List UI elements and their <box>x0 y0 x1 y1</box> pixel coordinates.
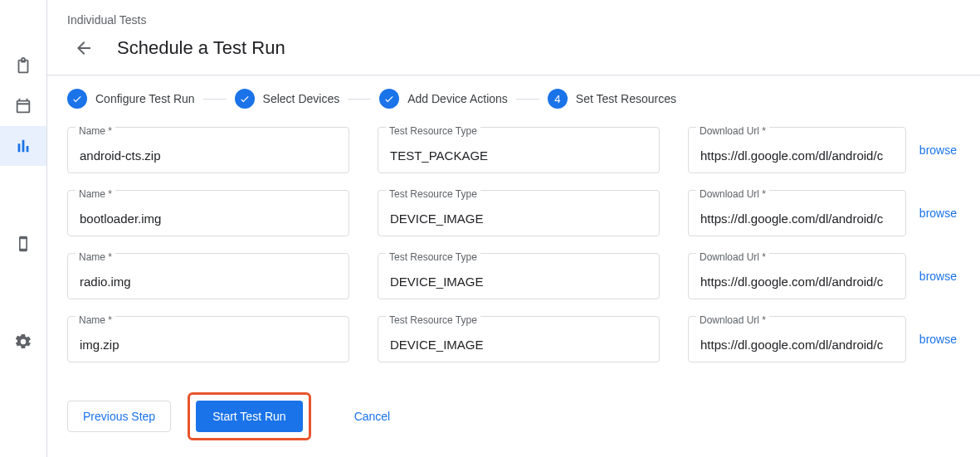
app-root: Individual Tests Schedule a Test Run Con… <box>0 0 980 457</box>
breadcrumb: Individual Tests <box>67 13 960 27</box>
browse-button[interactable]: browse <box>916 333 960 346</box>
step-label: Add Device Actions <box>407 92 508 105</box>
download-url-input[interactable] <box>688 316 906 362</box>
step-separator <box>203 99 227 100</box>
stepper: Configure Test Run Select Devices Add De… <box>67 89 960 109</box>
check-icon <box>379 89 399 109</box>
phone-icon <box>15 235 32 253</box>
sidebar-item-settings[interactable] <box>0 322 46 362</box>
cancel-button[interactable]: Cancel <box>344 403 401 430</box>
resource-row: Name * Test Resource Type Download Url *… <box>67 316 960 362</box>
resource-name-input[interactable] <box>67 253 349 299</box>
start-test-run-button[interactable]: Start Test Run <box>196 401 302 432</box>
resource-name-input[interactable] <box>67 190 349 236</box>
resource-type-input[interactable] <box>378 127 660 173</box>
page-header: Individual Tests Schedule a Test Run <box>47 0 980 75</box>
sidebar-item-calendar[interactable] <box>0 86 46 126</box>
resource-row: Name * Test Resource Type Download Url *… <box>67 253 960 299</box>
bar-chart-icon <box>14 137 32 155</box>
download-url-input[interactable] <box>688 253 906 299</box>
highlight-box: Start Test Run <box>188 392 310 440</box>
step-separator <box>516 99 539 100</box>
step-label: Configure Test Run <box>95 92 195 105</box>
previous-step-button[interactable]: Previous Step <box>67 401 171 432</box>
calendar-icon <box>14 97 32 115</box>
download-url-input[interactable] <box>688 190 906 236</box>
step-configure[interactable]: Configure Test Run <box>67 89 195 109</box>
sidebar-item-device[interactable] <box>0 224 46 264</box>
back-button[interactable] <box>67 32 100 65</box>
download-url-input[interactable] <box>688 127 906 173</box>
check-icon <box>67 89 87 109</box>
step-resources[interactable]: 4 Set Test Resources <box>548 89 676 109</box>
arrow-left-icon <box>74 38 94 58</box>
browse-button[interactable]: browse <box>916 207 960 220</box>
step-actions[interactable]: Add Device Actions <box>379 89 508 109</box>
sidebar-item-analytics[interactable] <box>0 126 46 166</box>
step-number: 4 <box>548 89 568 109</box>
sidebar <box>0 0 46 457</box>
resource-name-input[interactable] <box>67 316 349 362</box>
check-icon <box>235 89 255 109</box>
resource-row: Name * Test Resource Type Download Url *… <box>67 190 960 236</box>
browse-button[interactable]: browse <box>916 270 960 283</box>
browse-button[interactable]: browse <box>916 143 960 157</box>
resource-name-input[interactable] <box>67 127 349 173</box>
step-label: Select Devices <box>263 92 340 105</box>
step-label: Set Test Resources <box>576 92 676 105</box>
resource-rows: Name * Test Resource Type Download Url *… <box>67 127 960 362</box>
gear-icon <box>14 333 32 351</box>
sidebar-item-clipboard[interactable] <box>0 46 46 86</box>
resource-type-input[interactable] <box>378 316 660 362</box>
resource-type-input[interactable] <box>378 190 660 236</box>
content: Configure Test Run Select Devices Add De… <box>47 75 980 457</box>
resource-row: Name * Test Resource Type Download Url *… <box>67 127 960 173</box>
page-title: Schedule a Test Run <box>117 37 285 59</box>
resource-type-input[interactable] <box>378 253 660 299</box>
step-separator <box>348 99 371 100</box>
main-panel: Individual Tests Schedule a Test Run Con… <box>46 0 980 457</box>
step-devices[interactable]: Select Devices <box>235 89 340 109</box>
clipboard-icon <box>14 57 32 75</box>
footer-actions: Previous Step Start Test Run Cancel <box>67 392 960 440</box>
